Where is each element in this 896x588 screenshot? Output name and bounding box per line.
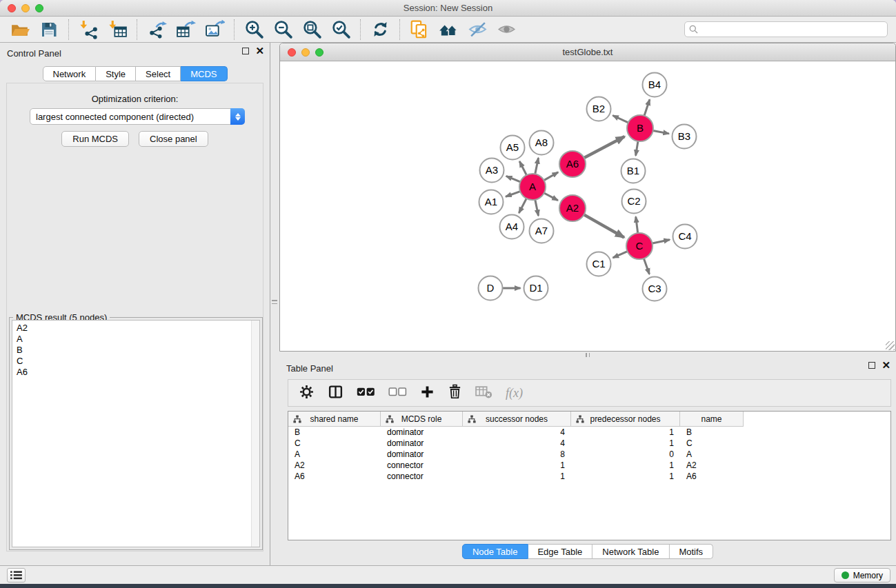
table-row[interactable]: A6connector11A6 xyxy=(288,471,890,482)
graph-edge-A6-B[interactable] xyxy=(584,136,625,158)
graph-edge-C-C1[interactable] xyxy=(613,252,628,258)
table-cell[interactable]: A2 xyxy=(680,460,744,471)
task-list-button[interactable] xyxy=(7,568,26,582)
graph-edge-A-A2[interactable] xyxy=(544,193,558,201)
graph-edge-A-A1[interactable] xyxy=(506,192,520,197)
table-cell[interactable]: B xyxy=(288,427,381,438)
table-cell[interactable]: 1 xyxy=(571,471,680,482)
table-cell[interactable]: 1 xyxy=(463,460,571,471)
graph-node-A8[interactable]: A8 xyxy=(530,131,554,155)
zoom-window-button[interactable] xyxy=(35,4,43,12)
graph-edge-A2-C[interactable] xyxy=(584,214,624,237)
minimize-window-button[interactable] xyxy=(21,4,30,12)
graph-node-B1[interactable]: B1 xyxy=(621,159,646,183)
deselect-all-icon[interactable] xyxy=(388,387,407,400)
search-input[interactable] xyxy=(701,25,883,34)
zoom-network-window-button[interactable] xyxy=(315,48,323,57)
close-panel-button[interactable]: Close panel xyxy=(139,131,208,147)
graph-node-B[interactable]: B xyxy=(627,115,653,141)
select-all-icon[interactable] xyxy=(357,387,375,400)
graph-edge-A-A6[interactable] xyxy=(544,172,559,181)
network-window-titlebar[interactable]: testGlobe.txt xyxy=(280,43,895,61)
table-cell[interactable]: 1 xyxy=(571,460,680,471)
graph-edge-A-A5[interactable] xyxy=(519,161,526,175)
table-cell[interactable]: dominator xyxy=(381,449,463,460)
graph-edge-B-B2[interactable] xyxy=(613,116,628,123)
close-network-window-button[interactable] xyxy=(288,48,296,57)
delete-column-trash-icon[interactable] xyxy=(448,384,462,402)
settings-gear-icon[interactable] xyxy=(299,384,315,403)
show-all-eye-icon[interactable] xyxy=(495,18,518,41)
graph-edge-A-A3[interactable] xyxy=(506,176,521,181)
graph-node-A6[interactable]: A6 xyxy=(559,151,586,177)
column-header-successor-nodes[interactable]: successor nodes xyxy=(463,412,571,427)
graph-node-C1[interactable]: C1 xyxy=(587,252,611,276)
mcds-result-item[interactable]: A2 xyxy=(17,323,259,334)
column-header-shared-name[interactable]: shared name xyxy=(288,412,381,427)
mcds-result-item[interactable]: B xyxy=(17,345,259,356)
column-header-name[interactable]: name xyxy=(680,412,744,427)
tab-edge-table[interactable]: Edge Table xyxy=(528,544,593,559)
table-cell[interactable]: 1 xyxy=(571,427,680,438)
function-builder-fx-icon[interactable]: f(x) xyxy=(506,386,523,401)
optimization-select[interactable]: largest connected component (directed) xyxy=(30,108,245,125)
mcds-result-list[interactable]: A2ABCA6 xyxy=(12,320,260,547)
export-table-icon[interactable] xyxy=(174,18,197,41)
table-cell[interactable]: A6 xyxy=(288,471,381,482)
graph-edge-B-B1[interactable] xyxy=(636,141,638,156)
close-window-button[interactable] xyxy=(8,4,16,12)
tab-motifs[interactable]: Motifs xyxy=(669,544,713,559)
table-cell[interactable]: B xyxy=(680,427,744,438)
tab-network[interactable]: Network xyxy=(42,66,96,81)
graph-edge-A-A8[interactable] xyxy=(535,158,539,174)
zoom-selected-icon[interactable] xyxy=(329,18,352,41)
zoom-out-icon[interactable] xyxy=(271,18,295,41)
graph-node-C2[interactable]: C2 xyxy=(622,190,646,214)
search-field[interactable] xyxy=(684,21,888,37)
graph-node-A3[interactable]: A3 xyxy=(480,159,504,183)
new-network-view-icon[interactable] xyxy=(408,18,431,41)
table-row[interactable]: Bdominator41B xyxy=(288,427,890,438)
import-network-icon[interactable] xyxy=(77,18,100,41)
zoom-fit-icon[interactable] xyxy=(300,18,323,41)
float-table-panel-icon[interactable] xyxy=(868,362,875,369)
graph-node-D[interactable]: D xyxy=(479,276,503,301)
home-view-icon[interactable] xyxy=(437,18,460,41)
window-resize-grip[interactable] xyxy=(886,341,895,350)
tab-select[interactable]: Select xyxy=(136,66,181,81)
graph-node-B4[interactable]: B4 xyxy=(643,73,667,97)
graph-node-B2[interactable]: B2 xyxy=(587,97,611,121)
table-cell[interactable]: A6 xyxy=(680,471,744,482)
graph-node-C4[interactable]: C4 xyxy=(673,225,697,249)
table-cell[interactable]: 0 xyxy=(571,449,680,460)
graph-node-A5[interactable]: A5 xyxy=(501,136,525,160)
mcds-result-item[interactable]: C xyxy=(17,356,259,367)
table-row[interactable]: Cdominator41C xyxy=(288,438,890,449)
table-cell[interactable]: dominator xyxy=(381,438,463,449)
table-row[interactable]: Adominator80A xyxy=(288,449,890,460)
graph-edge-C-C2[interactable] xyxy=(636,216,638,233)
mcds-result-item[interactable]: A6 xyxy=(17,367,259,378)
graph-edge-B-B4[interactable] xyxy=(644,99,650,116)
table-cell[interactable]: 4 xyxy=(463,427,571,438)
graph-node-C[interactable]: C xyxy=(626,233,653,259)
column-header-predecessor-nodes[interactable]: predecessor nodes xyxy=(571,412,680,427)
zoom-in-icon[interactable] xyxy=(242,18,266,41)
tab-mcds[interactable]: MCDS xyxy=(181,66,227,81)
table-cell[interactable]: 1 xyxy=(571,438,680,449)
graph-node-A2[interactable]: A2 xyxy=(559,195,586,221)
table-cell[interactable]: connector xyxy=(381,460,463,471)
hide-selected-eye-slash-icon[interactable] xyxy=(466,18,489,41)
graph-edge-A-A4[interactable] xyxy=(519,199,526,213)
table-cell[interactable]: connector xyxy=(381,471,463,482)
table-cell[interactable]: A xyxy=(680,449,744,460)
table-cell[interactable]: C xyxy=(288,438,381,449)
tab-node-table[interactable]: Node Table xyxy=(462,544,528,559)
table-cell[interactable]: 1 xyxy=(463,471,571,482)
table-row[interactable]: A2connector11A2 xyxy=(288,460,890,471)
table-cell[interactable]: C xyxy=(680,438,744,449)
vertical-splitter-handle[interactable] xyxy=(272,297,277,307)
close-table-panel-icon[interactable]: ✕ xyxy=(882,362,890,369)
delete-table-icon[interactable] xyxy=(475,385,492,401)
scrollbar-track[interactable] xyxy=(251,321,259,547)
